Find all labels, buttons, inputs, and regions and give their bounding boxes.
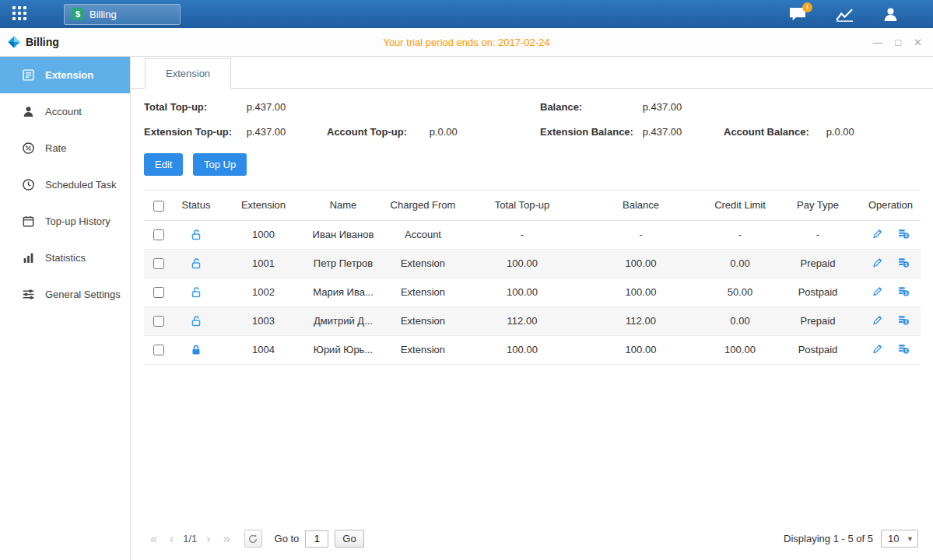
top-up-button[interactable]: Top Up: [193, 153, 247, 176]
name-cell: Юрий Юрь...: [308, 335, 378, 364]
table-row: 1003 Дмитрий Д... Extension 112.00 112.0…: [144, 306, 921, 335]
sidebar-label: General Settings: [45, 289, 121, 300]
billing-app-tab[interactable]: $ Billing: [64, 4, 181, 25]
svg-text:$: $: [904, 348, 907, 353]
summary-spacer: [327, 101, 540, 113]
last-page-button[interactable]: »: [217, 532, 237, 546]
sidebar-item-extension[interactable]: Extension: [0, 57, 130, 93]
row-checkbox[interactable]: [153, 229, 164, 240]
summary-account-balance: Account Balance: p.0.00: [724, 126, 920, 138]
status-cell: [174, 335, 219, 364]
balance-cell: 100.00: [577, 249, 705, 278]
next-page-button[interactable]: ›: [200, 532, 216, 546]
edit-row-icon[interactable]: [872, 228, 883, 242]
sidebar-item-scheduled-task[interactable]: Scheduled Task: [0, 166, 130, 203]
refresh-button[interactable]: [244, 530, 262, 548]
sidebar-item-account[interactable]: Account: [0, 93, 130, 130]
person-icon: [882, 7, 899, 22]
unlocked-icon[interactable]: [190, 229, 202, 241]
summary-value: p.437.00: [247, 101, 286, 113]
row-checkbox[interactable]: [153, 345, 164, 355]
table-row: 1002 Мария Ива... Extension 100.00 100.0…: [144, 278, 921, 306]
status-cell: [174, 220, 219, 249]
unlocked-icon[interactable]: [190, 315, 202, 327]
row-checkbox[interactable]: [153, 287, 164, 298]
unlocked-icon[interactable]: [190, 257, 202, 270]
table-row: 1000 Иван Иванов Account - - - - $: [144, 220, 921, 249]
edit-row-icon[interactable]: [872, 343, 883, 357]
calendar-icon: [22, 215, 35, 228]
action-buttons: Edit Top Up: [144, 153, 920, 176]
window-controls: — □ ✕: [872, 37, 922, 47]
sliders-icon: [22, 288, 35, 301]
sidebar-label: Top-up History: [45, 215, 110, 227]
header-pay-type: Pay Type: [775, 191, 861, 221]
edit-row-icon[interactable]: [872, 314, 883, 328]
topbar-right-icons: !: [788, 7, 899, 22]
summary-value: p.437.00: [643, 126, 682, 138]
name-cell: Дмитрий Д...: [308, 306, 378, 335]
user-account-icon[interactable]: [882, 7, 899, 22]
edit-row-icon[interactable]: [872, 285, 883, 299]
locked-icon[interactable]: [190, 344, 202, 356]
summary-balance: Balance: p.437.00: [540, 101, 724, 113]
summary-account-topup: Account Top-up: p.0.00: [327, 126, 540, 138]
name-cell: Петр Петров: [308, 249, 378, 278]
extension-icon: [22, 68, 35, 82]
maximize-icon[interactable]: □: [895, 37, 901, 47]
tab-label: Extension: [166, 68, 210, 79]
statistics-chart-icon[interactable]: [835, 7, 854, 22]
edit-button[interactable]: Edit: [144, 153, 183, 176]
line-chart-icon: [835, 7, 854, 22]
charged-from-cell: Extension: [378, 335, 468, 364]
summary-label: Balance:: [540, 101, 640, 113]
app-grid-icon[interactable]: [12, 6, 28, 22]
sidebar-item-rate[interactable]: Rate: [0, 130, 130, 166]
summary-value: p.437.00: [247, 126, 286, 138]
sidebar-item-topup-history[interactable]: Top-up History: [0, 203, 130, 240]
status-cell: [174, 278, 219, 306]
page-size-select[interactable]: 10 ▼: [881, 530, 918, 548]
select-all-checkbox[interactable]: [153, 201, 164, 212]
goto-page-input[interactable]: [305, 530, 328, 548]
unlocked-icon[interactable]: [190, 286, 202, 299]
top-up-row-icon[interactable]: $: [897, 257, 910, 271]
sidebar-item-general-settings[interactable]: General Settings: [0, 276, 130, 313]
top-up-row-icon[interactable]: $: [897, 285, 910, 299]
row-checkbox[interactable]: [153, 316, 164, 327]
edit-row-icon[interactable]: [872, 257, 883, 271]
operation-cell: $: [861, 249, 921, 278]
bar-chart-icon: [22, 251, 35, 264]
page-indicator: 1/1: [183, 533, 197, 544]
row-checkbox[interactable]: [153, 258, 164, 269]
top-up-row-icon[interactable]: $: [897, 314, 910, 328]
status-cell: [174, 306, 219, 335]
svg-text:$: $: [904, 261, 907, 267]
topbar: $ Billing !: [0, 0, 933, 28]
sidebar-label: Rate: [45, 142, 66, 154]
minimize-icon[interactable]: —: [872, 37, 882, 47]
credit-limit-cell: 100.00: [705, 335, 775, 364]
first-page-button[interactable]: «: [144, 532, 163, 546]
top-up-row-icon[interactable]: $: [897, 228, 910, 242]
billing-tab-label: Billing: [89, 9, 117, 20]
sidebar-item-statistics[interactable]: Statistics: [0, 240, 130, 276]
pay-type-cell: -: [775, 220, 861, 249]
balance-cell: 112.00: [577, 306, 705, 335]
operation-cell: $: [861, 220, 921, 249]
summary-spacer: [724, 101, 920, 113]
notifications-icon[interactable]: !: [788, 7, 807, 22]
charged-from-cell: Extension: [378, 306, 468, 335]
summary-label: Account Balance:: [724, 126, 823, 138]
rate-icon: [22, 142, 35, 155]
extension-table: Status Extension Name Charged From Total…: [144, 190, 921, 365]
tab-extension[interactable]: Extension: [145, 58, 231, 89]
table-header-row: Status Extension Name Charged From Total…: [144, 191, 921, 221]
prev-page-button[interactable]: ‹: [163, 532, 180, 546]
close-icon[interactable]: ✕: [914, 37, 922, 47]
billing-logo-icon: [8, 36, 20, 48]
go-button[interactable]: Go: [335, 530, 363, 548]
pay-type-cell: Prepaid: [775, 306, 861, 335]
top-up-row-icon[interactable]: $: [897, 343, 910, 357]
total-topup-cell: 100.00: [468, 335, 577, 364]
